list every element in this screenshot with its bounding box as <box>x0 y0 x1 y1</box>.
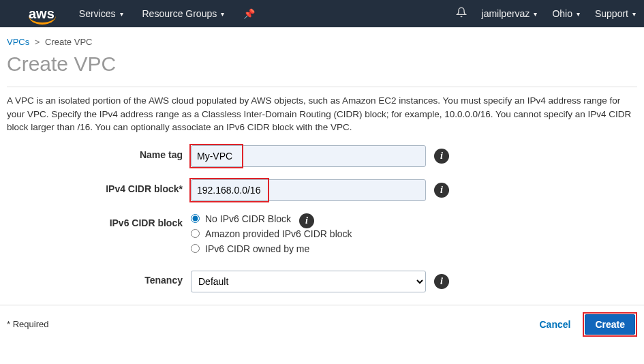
breadcrumb-root[interactable]: VPCs <box>7 37 29 47</box>
create-button[interactable]: Create <box>585 314 635 335</box>
services-label: Services <box>79 8 116 19</box>
breadcrumb: VPCs > Create VPC <box>0 27 644 52</box>
cancel-button[interactable]: Cancel <box>539 319 570 330</box>
required-note: * Required <box>7 319 48 329</box>
services-menu[interactable]: Services ▾ <box>79 8 123 19</box>
row-ipv4-cidr: IPv4 CIDR block* i <box>7 179 637 201</box>
tenancy-select[interactable]: Default <box>191 271 426 292</box>
chevron-down-icon: ▾ <box>221 10 224 18</box>
footer: * Required Cancel Create <box>0 305 644 346</box>
ipv6-radio-none[interactable] <box>191 214 200 223</box>
breadcrumb-separator: > <box>35 37 40 47</box>
breadcrumb-current: Create VPC <box>45 37 92 47</box>
ipv6-amazon-label: Amazon provided IPv6 CIDR block <box>205 228 352 239</box>
tenancy-label: Tenancy <box>7 271 191 286</box>
name-tag-input[interactable] <box>191 145 426 167</box>
chevron-down-icon: ▾ <box>120 10 123 18</box>
row-name-tag: Name tag i <box>7 145 637 167</box>
info-icon[interactable]: i <box>299 213 314 228</box>
ipv4-cidr-label: IPv4 CIDR block* <box>7 179 191 194</box>
ipv6-owned-label: IPv6 CIDR owned by me <box>205 243 309 254</box>
account-menu[interactable]: jamilpervaz ▾ <box>482 8 538 19</box>
region-name: Ohio <box>552 8 572 19</box>
highlight-create-button: Create <box>583 312 637 337</box>
pin-icon[interactable]: 📌 <box>243 8 255 19</box>
chevron-down-icon: ▾ <box>632 10 636 18</box>
info-icon[interactable]: i <box>434 149 449 164</box>
name-tag-label: Name tag <box>7 145 191 160</box>
ipv6-radio-owned[interactable] <box>191 244 200 253</box>
notifications-icon[interactable] <box>456 7 467 20</box>
support-menu[interactable]: Support ▾ <box>595 8 636 19</box>
resource-groups-menu[interactable]: Resource Groups ▾ <box>142 8 225 19</box>
region-menu[interactable]: Ohio ▾ <box>552 8 580 19</box>
support-label: Support <box>595 8 628 19</box>
row-tenancy: Tenancy Default i <box>7 271 637 292</box>
info-icon[interactable]: i <box>434 183 449 198</box>
ipv6-cidr-label: IPv6 CIDR block <box>7 213 191 228</box>
chevron-down-icon: ▾ <box>534 10 537 18</box>
divider <box>7 87 637 87</box>
ipv6-option-amazon[interactable]: Amazon provided IPv6 CIDR block <box>191 228 352 239</box>
chevron-down-icon: ▾ <box>577 10 580 18</box>
resource-groups-label: Resource Groups <box>142 8 217 19</box>
nav-right: jamilpervaz ▾ Ohio ▾ Support ▾ <box>456 7 636 20</box>
ipv6-option-owned[interactable]: IPv6 CIDR owned by me <box>191 243 352 254</box>
aws-logo[interactable]: aws <box>29 6 55 22</box>
ipv6-radio-amazon[interactable] <box>191 229 200 238</box>
info-icon[interactable]: i <box>434 274 449 289</box>
page-title: Create VPC <box>7 52 637 76</box>
create-vpc-form: Name tag i IPv4 CIDR block* i IPv6 CIDR … <box>7 145 637 292</box>
top-nav: aws Services ▾ Resource Groups ▾ 📌 jamil… <box>0 0 644 27</box>
row-ipv6-cidr: IPv6 CIDR block No IPv6 CIDR Block i Ama… <box>7 213 637 258</box>
page-description: A VPC is an isolated portion of the AWS … <box>7 94 637 134</box>
ipv6-option-none[interactable]: No IPv6 CIDR Block <box>191 213 291 224</box>
ipv4-cidr-input[interactable] <box>191 179 426 201</box>
ipv6-none-label: No IPv6 CIDR Block <box>205 213 291 224</box>
footer-actions: Cancel Create <box>539 312 637 337</box>
account-name: jamilpervaz <box>482 8 530 19</box>
